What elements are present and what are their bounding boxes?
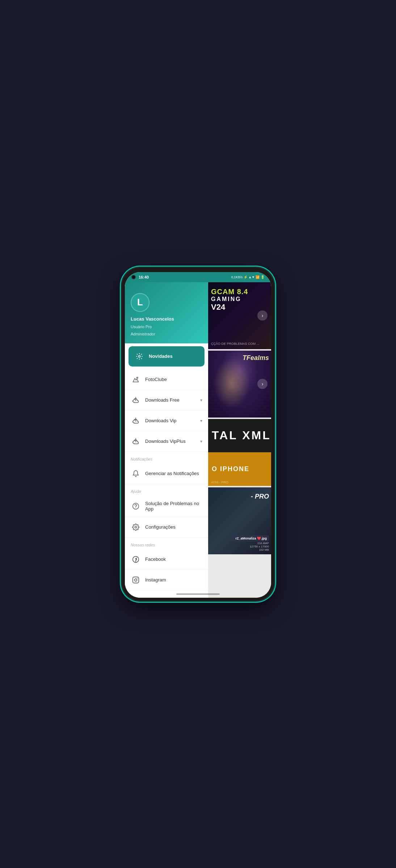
sidebar-item-fotoclube[interactable]: FotoClube <box>125 369 208 390</box>
gear-icon <box>131 522 141 532</box>
telegram-icon <box>131 596 141 598</box>
sidebar-item-facebook[interactable]: Facebook <box>125 549 208 570</box>
cloud-upload-vip-icon <box>131 416 141 426</box>
sidebar-item-downloads-vipplus[interactable]: Downloads VipPlus ▾ <box>125 431 208 452</box>
gcam-version: V24 <box>211 302 268 312</box>
card2-arrow[interactable]: › <box>257 379 267 389</box>
gcam-title: GCAM 8.4 <box>211 288 268 296</box>
nav-section: Novidades FotoClube <box>125 343 208 598</box>
card-monaliza[interactable]: rZ_aMonaliza ❤️.jpg 216.8MP 12750 x 1700… <box>208 487 271 554</box>
camera-icon <box>131 275 136 279</box>
user-name: Lucas Vasconcelos <box>131 316 202 322</box>
nossas-redes-section-title: Nossas redes <box>125 538 208 549</box>
xml-title: TAL XML <box>212 429 271 442</box>
downloads-free-label: Downloads Free <box>145 397 200 403</box>
gcam-subtitle: GAMING <box>211 296 268 302</box>
fotoclube-label: FotoClube <box>145 377 202 382</box>
iphone-text: O IPHONE <box>212 465 249 473</box>
monaliza-filename: rZ_aMonaliza ❤️.jpg <box>235 537 267 540</box>
svg-point-8 <box>137 578 138 579</box>
downloads-vipplus-label: Downloads VipPlus <box>145 439 200 444</box>
pro-text: - PRO <box>251 493 269 500</box>
monaliza-specs3: 102 MB <box>250 548 269 551</box>
card1-arrow[interactable]: › <box>257 310 267 321</box>
card-gcam[interactable]: GCAM 8.4 GAMING V24 ÇÇÃO DE PROBLEMAS CO… <box>208 282 271 349</box>
facebook-label: Facebook <box>145 556 202 562</box>
sidebar-item-notificacoes[interactable]: Gerenciar as Notificações <box>125 463 208 484</box>
status-bar: 16:40 0,1KB/s ⚡ ▲▼ 📶 🔋 <box>125 272 271 282</box>
mountain-icon <box>131 374 141 385</box>
novidades-label: Novidades <box>149 353 199 359</box>
status-left: 16:40 <box>131 275 149 279</box>
home-indicator <box>176 593 220 595</box>
bell-icon <box>131 469 141 479</box>
card3-top: TAL XML <box>208 419 271 453</box>
notificacoes-section-title: Notificações <box>125 452 208 463</box>
tfealms-text: TFealms <box>243 354 269 362</box>
phone-frame: 16:40 0,1KB/s ⚡ ▲▼ 📶 🔋 L Lucas Vasconcel… <box>122 268 274 601</box>
status-time: 16:40 <box>139 275 149 279</box>
avatar: L <box>131 293 149 312</box>
chevron-down-vip-icon: ▾ <box>200 418 202 423</box>
sidebar-item-solucao[interactable]: Solução de Problemas no App <box>125 496 208 517</box>
monaliza-specs1: 216.8MP <box>250 542 269 545</box>
screen-content: L Lucas Vasconcelos Usuário Pro Administ… <box>125 282 271 598</box>
user-role1: Usuário Pro <box>131 325 202 329</box>
configuracoes-label: Configurações <box>145 524 202 530</box>
user-role2: Administrador <box>131 332 202 336</box>
right-content: GCAM 8.4 GAMING V24 ÇÇÃO DE PROBLEMAS CO… <box>208 282 271 598</box>
sidebar-item-downloads-vip[interactable]: Downloads Vip ▾ <box>125 411 208 431</box>
sidebar-item-novidades[interactable]: Novidades <box>129 346 205 367</box>
monaliza-specs2: 12750 x 17000 <box>250 545 269 548</box>
solucao-label: Solução de Problemas no App <box>145 501 202 512</box>
sidebar: L Lucas Vasconcelos Usuário Pro Administ… <box>125 282 208 598</box>
help-circle-icon <box>131 501 141 511</box>
cloud-upload-icon <box>131 395 141 405</box>
chevron-down-icon: ▾ <box>200 398 202 403</box>
svg-point-0 <box>139 355 140 357</box>
downloads-vip-label: Downloads Vip <box>145 418 200 423</box>
status-right: 0,1KB/s ⚡ ▲▼ 📶 🔋 <box>231 275 265 279</box>
svg-rect-6 <box>133 577 139 583</box>
svg-point-3 <box>136 507 136 508</box>
settings-icon <box>134 351 144 361</box>
chevron-down-vipplus-icon: ▾ <box>200 439 202 444</box>
cloud-upload-vipplus-icon <box>131 436 141 446</box>
svg-point-7 <box>135 579 137 581</box>
svg-point-4 <box>135 526 137 528</box>
gcam-sub: ÇÇÃO DE PROBLEMAS COM ... <box>211 342 259 346</box>
instagram-label: Instagram <box>145 577 202 583</box>
sidebar-header: L Lucas Vasconcelos Usuário Pro Administ… <box>125 282 208 343</box>
phone-screen: 16:40 0,1KB/s ⚡ ▲▼ 📶 🔋 L Lucas Vasconcel… <box>125 272 271 598</box>
facebook-icon <box>131 554 141 564</box>
svg-point-1 <box>137 377 138 378</box>
sidebar-item-downloads-free[interactable]: Downloads Free ▾ <box>125 390 208 411</box>
sidebar-item-instagram[interactable]: Instagram <box>125 570 208 590</box>
ajuda-section-title: Ajuda <box>125 484 208 496</box>
instagram-icon <box>131 575 141 585</box>
card-xml[interactable]: TAL XML O IPHONE AYHI - PRO <box>208 419 271 486</box>
sidebar-item-configuracoes[interactable]: Configurações <box>125 517 208 538</box>
network-indicator: 0,1KB/s ⚡ ▲▼ 📶 🔋 <box>231 275 265 279</box>
card-tfealms[interactable]: TFealms › <box>208 351 271 418</box>
notificacoes-label: Gerenciar as Notificações <box>145 471 202 476</box>
ayhi-text: AYHI - PRO <box>211 480 228 484</box>
